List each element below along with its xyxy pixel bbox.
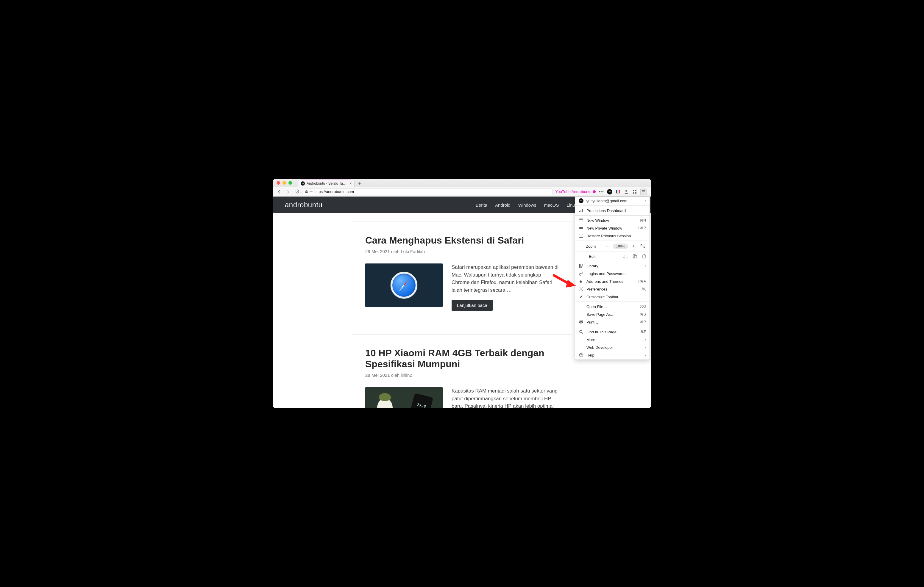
svg-rect-22: [581, 264, 581, 268]
spacer: [579, 254, 584, 259]
menu-webdev[interactable]: Web Developer ›: [575, 344, 650, 351]
dashboard-icon: [579, 208, 584, 213]
chevron-right-icon: ›: [645, 353, 646, 357]
menu-protections[interactable]: Protections Dashboard: [575, 207, 650, 214]
svg-point-25: [581, 288, 582, 289]
minimize-window[interactable]: [282, 181, 286, 185]
page-actions-icon[interactable]: •••: [599, 189, 604, 194]
svg-rect-23: [581, 264, 583, 268]
svg-rect-18: [634, 255, 637, 258]
restore-icon: [579, 233, 584, 238]
paste-icon[interactable]: [642, 254, 646, 258]
nav-berita[interactable]: Berita: [476, 202, 487, 207]
svg-line-30: [579, 288, 580, 288]
hamburger-menu-icon[interactable]: [640, 189, 647, 195]
pink-dot-icon: [593, 190, 596, 193]
chevron-right-icon: ›: [645, 264, 646, 268]
url-field[interactable]: ⊸ https://androbuntu.com: [302, 188, 553, 196]
svg-rect-6: [635, 192, 637, 194]
close-window[interactable]: [277, 181, 280, 185]
post-meta: 28 Mei 2021 oleh linlin2: [365, 373, 559, 378]
back-button[interactable]: [276, 188, 283, 196]
browser-window: ∞ Androbuntu - Selalu Tahu Tekn… × + ⊸ h…: [273, 179, 651, 408]
svg-rect-3: [633, 190, 634, 191]
post-author[interactable]: linlin2: [401, 373, 412, 378]
help-icon: ?: [579, 353, 584, 357]
menu-addons[interactable]: Add-ons and Themes ⇧⌘A: [575, 278, 650, 285]
read-more-button[interactable]: Lanjutkan baca: [452, 300, 493, 311]
spacer: [579, 345, 584, 350]
browser-tab[interactable]: ∞ Androbuntu - Selalu Tahu Tekn… ×: [298, 179, 355, 187]
shield-icon[interactable]: [293, 188, 301, 196]
menu-new-private[interactable]: New Private Window ⇧⌘P: [575, 224, 650, 232]
menu-account[interactable]: ∞ yusyulianto@gmail.com ›: [575, 197, 650, 205]
new-tab-button[interactable]: +: [356, 180, 363, 187]
menu-print[interactable]: Print… ⌘P: [575, 318, 650, 326]
account-icon[interactable]: [624, 189, 629, 194]
svg-text:?: ?: [580, 354, 582, 357]
post-thumbnail[interactable]: [365, 263, 443, 307]
svg-rect-10: [581, 210, 582, 212]
fullscreen-icon[interactable]: [639, 243, 646, 250]
svg-rect-5: [633, 192, 634, 194]
nav-windows[interactable]: Windows: [518, 202, 536, 207]
site-logo[interactable]: androbuntu: [285, 201, 322, 209]
close-tab-icon[interactable]: ×: [350, 181, 352, 186]
post-card: 10 HP Xiaomi RAM 4GB Terbaik dengan Spes…: [352, 334, 572, 408]
apps-grid-icon[interactable]: [632, 189, 637, 194]
copy-icon[interactable]: [633, 254, 637, 258]
url-bar: ⊸ https://androbuntu.com YouTube Androbu…: [273, 187, 651, 197]
menu-new-window[interactable]: New Window ⌘N: [575, 217, 650, 224]
svg-rect-11: [582, 209, 583, 212]
titlebar: ∞ Androbuntu - Selalu Tahu Tekn… × +: [273, 179, 651, 187]
menu-restore[interactable]: Restore Previous Session: [575, 232, 650, 240]
zoom-value[interactable]: 100%: [613, 243, 628, 249]
maximize-window[interactable]: [289, 181, 292, 185]
app-menu: ∞ yusyulianto@gmail.com › Protections Da…: [575, 197, 650, 360]
tab-title: Androbuntu - Selalu Tahu Tekn…: [307, 181, 348, 186]
chevron-right-icon: ›: [645, 199, 646, 203]
post-card: Cara Menghapus Ekstensi di Safari 29 Mei…: [352, 222, 572, 324]
menu-library[interactable]: Library ›: [575, 262, 650, 270]
url-text: https://androbuntu.com: [314, 189, 354, 194]
svg-line-31: [582, 290, 582, 291]
post-thumbnail[interactable]: [365, 387, 443, 408]
post-title[interactable]: 10 HP Xiaomi RAM 4GB Terbaik dengan Spes…: [365, 348, 559, 370]
menu-help[interactable]: ? Help ›: [575, 351, 650, 359]
menu-find[interactable]: Find in This Page… ⌘F: [575, 328, 650, 336]
menu-customize[interactable]: Customize Toolbar…: [575, 293, 650, 301]
post-title[interactable]: Cara Menghapus Ekstensi di Safari: [365, 235, 559, 246]
svg-rect-34: [580, 320, 582, 321]
nav-macos[interactable]: macOS: [544, 202, 559, 207]
menu-more[interactable]: More ›: [575, 336, 650, 344]
svg-rect-4: [635, 190, 637, 191]
toolbar-extensions: ∞: [605, 189, 648, 195]
menu-logins[interactable]: Logins and Passwords: [575, 270, 650, 278]
cut-icon[interactable]: [623, 254, 627, 258]
post-excerpt: Safari merupakan aplikasi peramban bawaa…: [452, 263, 559, 294]
forward-button[interactable]: [284, 188, 292, 196]
nav-android[interactable]: Android: [495, 202, 510, 207]
lock-icon: [305, 190, 308, 194]
svg-rect-36: [580, 322, 582, 324]
spacer: [579, 312, 584, 317]
spacer: [579, 244, 584, 248]
zoom-out-button[interactable]: −: [604, 243, 610, 250]
ext-flag-icon[interactable]: [615, 189, 620, 194]
menu-open-file[interactable]: Open File… ⌘O: [575, 303, 650, 311]
zoom-in-button[interactable]: +: [630, 243, 637, 250]
brush-icon: [579, 294, 584, 299]
chevron-right-icon: ›: [645, 337, 646, 342]
printer-icon: [579, 320, 584, 324]
bookmark-link[interactable]: YouTube Androbuntu: [554, 189, 597, 194]
svg-rect-9: [579, 211, 580, 212]
library-icon: [579, 263, 584, 268]
post-author[interactable]: Loki Fadilah: [401, 249, 425, 254]
puzzle-icon: [579, 279, 584, 284]
menu-save-as[interactable]: Save Page As… ⌘S: [575, 311, 650, 318]
svg-rect-1: [305, 191, 308, 193]
ext-infinity-icon[interactable]: ∞: [607, 189, 612, 194]
menu-preferences[interactable]: Preferences ⌘,: [575, 285, 650, 293]
post-excerpt: Kapasitas RAM menjadi salah satu sektor …: [452, 387, 559, 408]
search-icon: [579, 329, 584, 334]
